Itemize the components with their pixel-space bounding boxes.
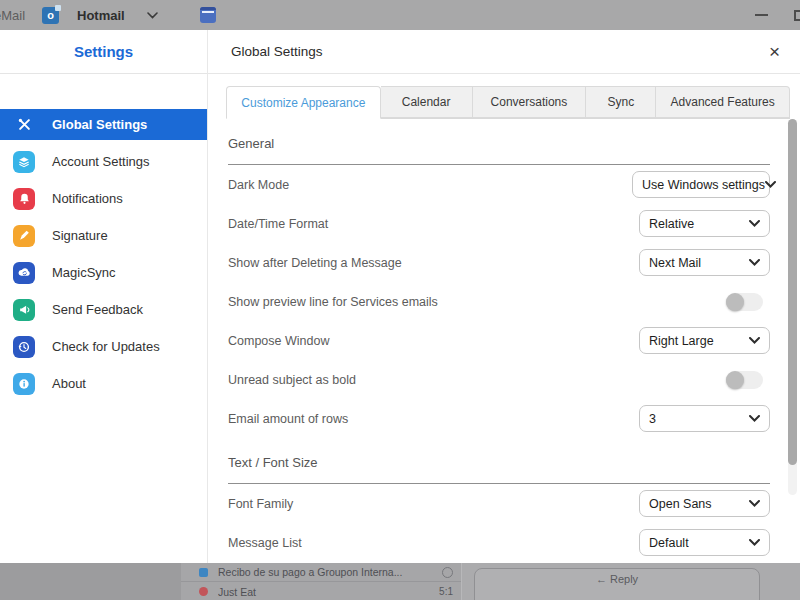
sidebar-item-notifications[interactable]: Notifications (0, 183, 207, 214)
dimmed-background: Recibo de su pago a Groupon Interna... J… (0, 563, 800, 600)
font-family-select[interactable]: Open Sans (639, 490, 770, 517)
layers-icon (13, 151, 35, 173)
dark-mode-select[interactable]: Use Windows settings (632, 171, 770, 198)
chevron-down-icon (749, 539, 760, 546)
setting-label: Dark Mode (228, 178, 289, 192)
settings-sidebar: Settings Global Settings Account Setting… (0, 30, 207, 563)
sidebar-item-label: Signature (52, 228, 108, 243)
list-item: Recibo de su pago a Groupon Interna... (181, 563, 461, 582)
sidebar-item-send-feedback[interactable]: Send Feedback (0, 294, 207, 325)
chevron-down-icon (749, 415, 760, 422)
setting-label: Font Family (228, 497, 293, 511)
settings-dialog: Settings Global Settings Account Setting… (0, 30, 800, 563)
account-switcher[interactable]: Hotmail (77, 8, 125, 23)
section-header-text-font-size: Text / Font Size (228, 453, 770, 484)
sidebar-title: Settings (0, 30, 207, 74)
settings-form: General Dark Mode Use Windows settings D… (208, 134, 800, 562)
close-icon[interactable]: × (769, 42, 780, 61)
sidebar-item-signature[interactable]: Signature (0, 220, 207, 251)
tab-customize-appearance[interactable]: Customize Appearance (226, 86, 381, 119)
app-window: eMail o Hotmail Settings Global Settings (0, 0, 800, 600)
history-icon (13, 336, 35, 358)
tab-conversations[interactable]: Conversations (473, 86, 587, 118)
message-list-select[interactable]: Default (639, 529, 770, 556)
reply-label: ← Reply (596, 573, 638, 600)
setting-row-show-after-deleting: Show after Deleting a Message Next Mail (228, 243, 770, 282)
pen-icon (13, 225, 35, 247)
chevron-down-icon (749, 259, 760, 266)
list-item: Just Eat 5:1 (181, 582, 461, 600)
setting-row-unread-bold: Unread subject as bold (228, 360, 770, 399)
minimize-button[interactable] (755, 14, 768, 16)
chevron-down-icon (749, 337, 760, 344)
sidebar-item-label: Send Feedback (52, 302, 143, 317)
top-bar: eMail o Hotmail (0, 0, 800, 30)
sender-icon (199, 587, 208, 596)
section-header-general: General (228, 134, 770, 165)
setting-label: Unread subject as bold (228, 373, 356, 387)
email-list-background: Recibo de su pago a Groupon Interna... J… (181, 563, 462, 600)
setting-row-compose-window: Compose Window Right Large (228, 321, 770, 360)
sidebar-item-check-for-updates[interactable]: Check for Updates (0, 331, 207, 362)
setting-label: Show after Deleting a Message (228, 256, 402, 270)
chevron-down-icon (749, 500, 760, 507)
sidebar-item-label: About (52, 376, 86, 391)
preview-line-toggle[interactable] (726, 293, 763, 311)
setting-row-message-list: Message List Default (228, 523, 770, 562)
sidebar-item-label: MagicSync (52, 265, 116, 280)
sidebar-item-label: Global Settings (52, 117, 147, 132)
email-rows-select[interactable]: 3 (639, 405, 770, 432)
settings-tabbar: Customize Appearance Calendar Conversati… (226, 86, 790, 119)
chevron-down-icon[interactable] (147, 12, 158, 19)
setting-row-datetime-format: Date/Time Format Relative (228, 204, 770, 243)
info-icon (13, 373, 35, 395)
outlook-account-icon: o (42, 7, 59, 24)
app-name-label: eMail (0, 8, 28, 23)
setting-label: Show preview line for Services emails (228, 295, 438, 309)
setting-row-font-family: Font Family Open Sans (228, 484, 770, 523)
unread-bold-toggle[interactable] (726, 371, 763, 389)
setting-label: Date/Time Format (228, 217, 328, 231)
tools-icon (13, 114, 35, 136)
scrollbar-thumb[interactable] (788, 119, 797, 465)
compose-window-select[interactable]: Right Large (639, 327, 770, 354)
sidebar-item-label: Check for Updates (52, 339, 160, 354)
settings-main-panel: Global Settings × Customize Appearance C… (207, 30, 800, 563)
reply-arrow-icon: ← (596, 573, 607, 585)
sidebar-item-about[interactable]: About (0, 368, 207, 399)
megaphone-icon (13, 299, 35, 321)
cloud-sync-icon (13, 262, 35, 284)
sidebar-item-label: Notifications (52, 191, 123, 206)
toggle-knob (726, 293, 744, 311)
setting-row-email-rows: Email amount of rows 3 (228, 399, 770, 438)
tab-sync[interactable]: Sync (586, 86, 656, 118)
setting-label: Email amount of rows (228, 412, 348, 426)
setting-row-preview-line: Show preview line for Services emails (228, 282, 770, 321)
sidebar-item-global-settings[interactable]: Global Settings (0, 109, 207, 140)
folder-pane-background (0, 563, 181, 600)
toggle-knob (726, 371, 744, 389)
read-status-circle (442, 567, 453, 578)
calendar-icon[interactable] (200, 7, 216, 23)
sidebar-item-account-settings[interactable]: Account Settings (0, 146, 207, 177)
datetime-format-select[interactable]: Relative (639, 210, 770, 237)
bell-icon (13, 188, 35, 210)
setting-label: Message List (228, 536, 302, 550)
show-after-deleting-select[interactable]: Next Mail (639, 249, 770, 276)
chevron-down-icon (749, 220, 760, 227)
dialog-title: Global Settings (231, 44, 323, 59)
reading-pane-background: ← Reply (462, 563, 800, 600)
setting-label: Compose Window (228, 334, 329, 348)
sidebar-item-magicsync[interactable]: MagicSync (0, 257, 207, 288)
chevron-down-icon (765, 181, 776, 188)
sender-icon (199, 568, 208, 577)
content-scrollbar[interactable] (788, 119, 797, 495)
tab-advanced-features[interactable]: Advanced Features (656, 86, 790, 118)
sidebar-item-label: Account Settings (52, 154, 150, 169)
setting-row-dark-mode: Dark Mode Use Windows settings (228, 165, 770, 204)
reply-button: ← Reply (474, 568, 760, 600)
maximize-button[interactable] (794, 10, 800, 21)
dialog-header: Global Settings × (208, 30, 800, 74)
tab-calendar[interactable]: Calendar (381, 86, 473, 118)
sidebar-nav: Global Settings Account Settings Notific… (0, 109, 207, 399)
